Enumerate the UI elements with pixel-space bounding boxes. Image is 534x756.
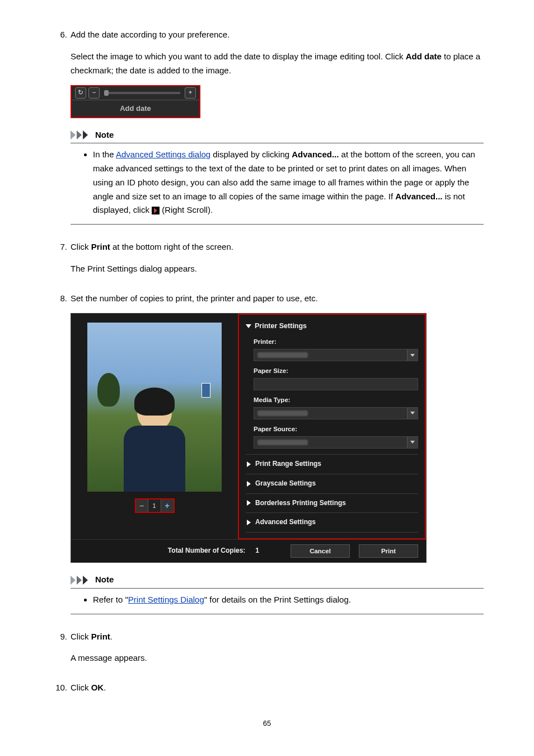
step-number: 6. bbox=[50, 28, 67, 42]
chevron-right-icon bbox=[247, 520, 251, 525]
print-button[interactable]: Print bbox=[359, 544, 418, 558]
copies-value: 1 bbox=[148, 500, 161, 512]
step-6: 6. Add the date according to your prefer… bbox=[50, 28, 484, 225]
note-chevrons-icon bbox=[71, 576, 93, 585]
note-heading: Note bbox=[95, 573, 114, 587]
note-item: Refer to "Print Settings Dialog" for det… bbox=[93, 593, 484, 607]
preview-photo bbox=[87, 323, 222, 492]
svg-marker-4 bbox=[77, 576, 82, 585]
zoom-out-icon[interactable]: − bbox=[88, 87, 100, 99]
step-title: Add the date according to your preferenc… bbox=[71, 28, 229, 42]
printer-label: Printer: bbox=[254, 337, 418, 347]
step-body-text: A message appears. bbox=[71, 651, 484, 665]
print-preview-pane: − 1 + bbox=[71, 314, 238, 539]
step-body-text: The Print Settings dialog appears. bbox=[71, 262, 484, 276]
note-block: Note Refer to "Print Settings Dialog" fo… bbox=[71, 573, 484, 614]
chevron-right-icon bbox=[247, 481, 251, 487]
note-item: In the Advanced Settings dialog displaye… bbox=[93, 148, 484, 217]
printer-select[interactable] bbox=[254, 349, 418, 361]
chevron-down-icon bbox=[407, 349, 418, 361]
chevron-down-icon bbox=[407, 437, 418, 448]
note-chevrons-icon bbox=[71, 130, 93, 139]
print-settings-link[interactable]: Print Settings Dialog bbox=[128, 595, 204, 604]
paper-source-select[interactable] bbox=[254, 436, 418, 449]
note-block: Note In the Advanced Settings dialog dis… bbox=[71, 128, 484, 225]
paper-size-select[interactable] bbox=[254, 378, 418, 390]
chevron-right-icon bbox=[247, 500, 251, 506]
step-number: 8. bbox=[50, 292, 67, 306]
step-9: 9. Click Print. A message appears. bbox=[50, 630, 484, 666]
step-body-text: Select the image to which you want to ad… bbox=[71, 50, 484, 78]
chevron-down-icon bbox=[407, 408, 418, 419]
copies-plus-button[interactable]: + bbox=[161, 500, 174, 512]
note-heading: Note bbox=[95, 128, 114, 142]
page-number: 65 bbox=[50, 717, 484, 729]
svg-marker-1 bbox=[77, 130, 82, 139]
add-date-widget: ↻ − + Add date bbox=[71, 85, 200, 118]
total-copies-value: 1 bbox=[255, 547, 259, 554]
printer-settings-panel: Printer Settings Printer: Paper Size: Me… bbox=[238, 314, 426, 539]
media-type-select[interactable] bbox=[254, 407, 418, 419]
svg-marker-5 bbox=[83, 576, 88, 585]
step-title: Click OK. bbox=[71, 681, 106, 695]
paper-size-label: Paper Size: bbox=[254, 366, 418, 376]
step-number: 10. bbox=[50, 681, 67, 695]
rotate-icon[interactable]: ↻ bbox=[75, 87, 86, 99]
total-copies-label: Total Number of Copies:1 bbox=[79, 545, 282, 557]
chevron-right-icon bbox=[247, 461, 251, 467]
advanced-settings-link[interactable]: Advanced Settings dialog bbox=[116, 150, 210, 159]
step-8: 8. Set the number of copies to print, th… bbox=[50, 292, 484, 614]
cancel-button[interactable]: Cancel bbox=[291, 544, 350, 558]
right-scroll-icon bbox=[152, 207, 160, 214]
step-10: 10. Click OK. bbox=[50, 681, 484, 695]
step-title: Click Print at the bottom right of the s… bbox=[71, 240, 233, 254]
printer-settings-header[interactable]: Printer Settings bbox=[246, 320, 418, 332]
media-type-label: Media Type: bbox=[254, 395, 418, 405]
grayscale-settings[interactable]: Grayscale Settings bbox=[246, 474, 418, 493]
svg-marker-3 bbox=[71, 576, 76, 585]
step-7: 7. Click Print at the bottom right of th… bbox=[50, 240, 484, 276]
add-date-button[interactable]: Add date bbox=[72, 100, 199, 116]
copies-stepper: − 1 + bbox=[135, 498, 175, 513]
step-title: Click Print. bbox=[71, 630, 113, 644]
step-number: 9. bbox=[50, 630, 67, 644]
svg-marker-0 bbox=[71, 130, 76, 139]
advanced-settings[interactable]: Advanced Settings bbox=[246, 512, 418, 533]
svg-marker-2 bbox=[83, 130, 88, 139]
chevron-down-icon bbox=[246, 324, 251, 328]
print-range-settings[interactable]: Print Range Settings bbox=[246, 454, 418, 474]
zoom-slider[interactable] bbox=[104, 92, 180, 94]
paper-source-label: Paper Source: bbox=[254, 424, 418, 435]
step-number: 7. bbox=[50, 240, 67, 254]
step-title: Set the number of copies to print, the p… bbox=[71, 292, 318, 306]
copies-minus-button[interactable]: − bbox=[136, 500, 148, 512]
print-settings-dialog: − 1 + Printer Settings Printer: Paper Si… bbox=[71, 313, 427, 563]
zoom-in-icon[interactable]: + bbox=[185, 87, 196, 99]
borderless-printing-settings[interactable]: Borderless Printing Settings bbox=[246, 493, 418, 513]
